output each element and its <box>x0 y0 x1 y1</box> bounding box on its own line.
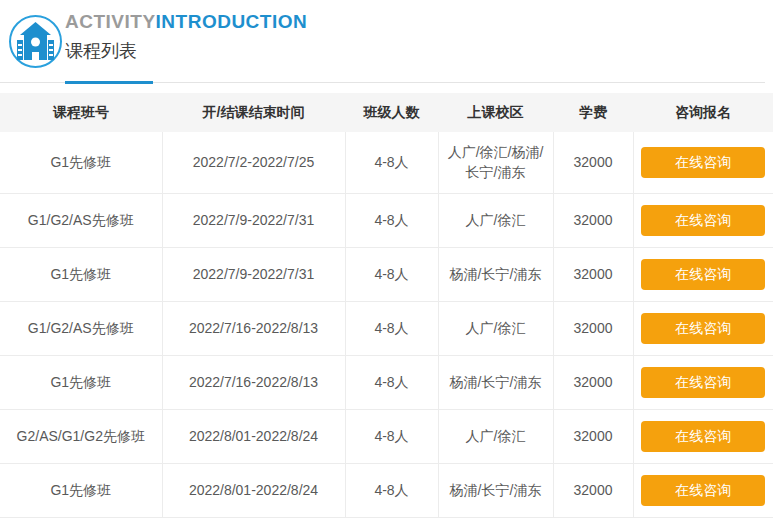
section-title-block: ACTIVITYINTRODUCTION 课程列表 <box>65 10 307 64</box>
table-row: G1先修班 2022/7/9-2022/7/31 4-8人 杨浦/长宁/浦东 3… <box>0 247 773 301</box>
cell-consult: 在线咨询 <box>633 132 773 193</box>
online-consult-button[interactable]: 在线咨询 <box>641 205 765 236</box>
cell-campus: 人广/徐汇/杨浦/长宁/浦东 <box>438 132 553 193</box>
cell-class-name: G2/AS/G1/G2先修班 <box>0 409 162 463</box>
cell-class-name: G1先修班 <box>0 355 162 409</box>
table-row: G1先修班 2022/7/16-2022/8/13 4-8人 杨浦/长宁/浦东 … <box>0 355 773 409</box>
online-consult-button[interactable]: 在线咨询 <box>641 421 765 452</box>
cell-time: 2022/7/9-2022/7/31 <box>162 247 345 301</box>
cell-fee: 32000 <box>553 132 633 193</box>
cell-consult: 在线咨询 <box>633 463 773 517</box>
cell-time: 2022/7/16-2022/8/13 <box>162 355 345 409</box>
cell-consult: 在线咨询 <box>633 247 773 301</box>
section-title-english-blue: INTRODUCTION <box>156 11 308 32</box>
cell-size: 4-8人 <box>345 247 438 301</box>
course-table-body: G1先修班 2022/7/2-2022/7/25 4-8人 人广/徐汇/杨浦/长… <box>0 132 773 517</box>
cell-class-name: G1/G2/AS先修班 <box>0 193 162 247</box>
course-table: 课程班号 开/结课结束时间 班级人数 上课校区 学费 咨询报名 G1先修班 20… <box>0 93 773 518</box>
col-header-class-name: 课程班号 <box>0 93 162 132</box>
school-building-icon <box>8 14 63 69</box>
section-divider <box>0 82 765 83</box>
section-title-english-gray: ACTIVITY <box>65 11 156 32</box>
cell-campus: 人广/徐汇 <box>438 301 553 355</box>
cell-campus: 人广/徐汇 <box>438 193 553 247</box>
online-consult-button[interactable]: 在线咨询 <box>641 147 765 178</box>
cell-campus: 杨浦/长宁/浦东 <box>438 247 553 301</box>
cell-fee: 32000 <box>553 301 633 355</box>
cell-campus: 杨浦/长宁/浦东 <box>438 463 553 517</box>
col-header-consult: 咨询报名 <box>633 93 773 132</box>
cell-size: 4-8人 <box>345 132 438 193</box>
cell-consult: 在线咨询 <box>633 301 773 355</box>
table-row: G1先修班 2022/8/01-2022/8/24 4-8人 杨浦/长宁/浦东 … <box>0 463 773 517</box>
cell-campus: 杨浦/长宁/浦东 <box>438 355 553 409</box>
table-row: G1/G2/AS先修班 2022/7/9-2022/7/31 4-8人 人广/徐… <box>0 193 773 247</box>
cell-class-name: G1/G2/AS先修班 <box>0 301 162 355</box>
cell-time: 2022/7/2-2022/7/25 <box>162 132 345 193</box>
section-subtitle: 课程列表 <box>65 38 307 64</box>
cell-fee: 32000 <box>553 193 633 247</box>
cell-fee: 32000 <box>553 355 633 409</box>
cell-fee: 32000 <box>553 247 633 301</box>
table-row: G1/G2/AS先修班 2022/7/16-2022/8/13 4-8人 人广/… <box>0 301 773 355</box>
cell-class-name: G1先修班 <box>0 463 162 517</box>
table-row: G1先修班 2022/7/2-2022/7/25 4-8人 人广/徐汇/杨浦/长… <box>0 132 773 193</box>
online-consult-button[interactable]: 在线咨询 <box>641 259 765 290</box>
cell-time: 2022/7/16-2022/8/13 <box>162 301 345 355</box>
online-consult-button[interactable]: 在线咨询 <box>641 475 765 506</box>
section-banner: ACTIVITYINTRODUCTION 课程列表 <box>0 0 773 93</box>
table-row: G2/AS/G1/G2先修班 2022/8/01-2022/8/24 4-8人 … <box>0 409 773 463</box>
col-header-size: 班级人数 <box>345 93 438 132</box>
cell-consult: 在线咨询 <box>633 355 773 409</box>
cell-class-name: G1先修班 <box>0 247 162 301</box>
col-header-fee: 学费 <box>553 93 633 132</box>
cell-fee: 32000 <box>553 409 633 463</box>
section-title: ACTIVITYINTRODUCTION <box>65 10 307 34</box>
cell-size: 4-8人 <box>345 463 438 517</box>
section-divider-accent <box>65 81 153 84</box>
cell-size: 4-8人 <box>345 409 438 463</box>
cell-consult: 在线咨询 <box>633 193 773 247</box>
cell-consult: 在线咨询 <box>633 409 773 463</box>
cell-fee: 32000 <box>553 463 633 517</box>
col-header-time: 开/结课结束时间 <box>162 93 345 132</box>
online-consult-button[interactable]: 在线咨询 <box>641 313 765 344</box>
course-table-header: 课程班号 开/结课结束时间 班级人数 上课校区 学费 咨询报名 <box>0 93 773 132</box>
cell-time: 2022/7/9-2022/7/31 <box>162 193 345 247</box>
online-consult-button[interactable]: 在线咨询 <box>641 367 765 398</box>
cell-campus: 人广/徐汇 <box>438 409 553 463</box>
cell-time: 2022/8/01-2022/8/24 <box>162 409 345 463</box>
col-header-campus: 上课校区 <box>438 93 553 132</box>
cell-size: 4-8人 <box>345 355 438 409</box>
cell-time: 2022/8/01-2022/8/24 <box>162 463 345 517</box>
cell-class-name: G1先修班 <box>0 132 162 193</box>
cell-size: 4-8人 <box>345 301 438 355</box>
cell-size: 4-8人 <box>345 193 438 247</box>
